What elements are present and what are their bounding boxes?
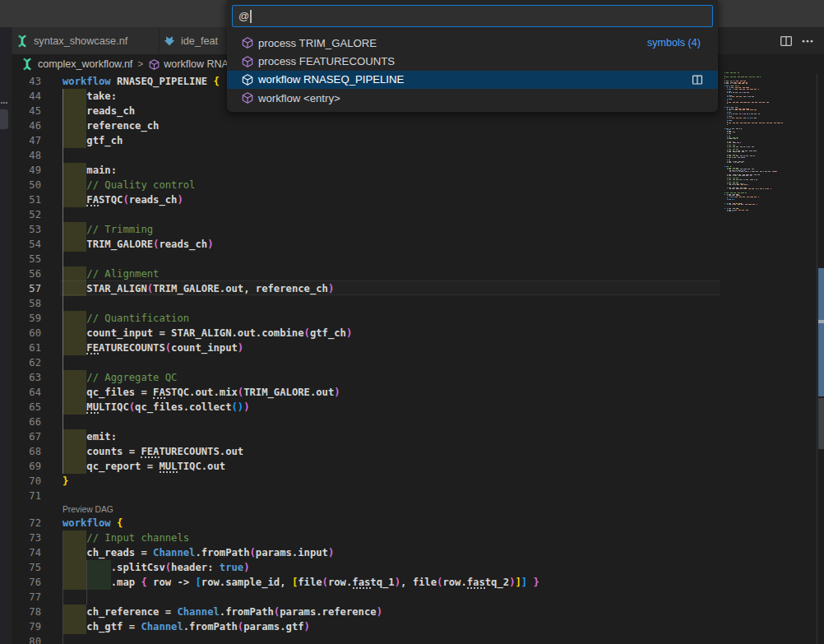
line-number: 63	[12, 370, 41, 385]
code-line[interactable]: 61 FEATURECOUNTS(count_input)	[12, 341, 824, 355]
line-number: 67	[12, 429, 41, 444]
code-line[interactable]: 72workflow {	[12, 516, 824, 530]
line-number: 66	[12, 415, 41, 429]
hint-dots	[86, 203, 99, 206]
quick-pick-item[interactable]: process FEATURECOUNTS	[227, 52, 718, 70]
code-line-text: // Trimming	[62, 222, 153, 237]
code-line-text: emit:	[62, 429, 117, 444]
sidebar-scrollbar-slider[interactable]	[0, 109, 8, 129]
line-number: 51	[12, 192, 41, 207]
code-line-text: workflow RNASEQ_PIPELINE {	[62, 74, 220, 89]
more-actions-icon[interactable]	[801, 35, 814, 48]
code-line[interactable]: 73 // Input channels	[12, 530, 824, 545]
code-line[interactable]: 54 TRIM_GALORE(reads_ch)	[12, 237, 824, 252]
indent-guide	[62, 207, 63, 222]
code-line-text: take:	[62, 89, 117, 104]
open-to-side-icon[interactable]	[692, 74, 703, 86]
scrollbar-slider[interactable]	[818, 398, 824, 449]
quick-pick-item[interactable]: workflow <entry>	[227, 89, 718, 107]
code-line[interactable]: 62	[12, 355, 824, 370]
code-line-text: .splitCsv(header: true)	[62, 560, 250, 575]
quick-pick-item[interactable]: workflow RNASEQ_PIPELINE	[227, 71, 718, 89]
code-line[interactable]: 66	[12, 415, 824, 429]
code-line[interactable]: 71	[12, 489, 824, 503]
nextflow-icon	[16, 35, 29, 48]
code-line-text: TRIM_GALORE(reads_ch)	[62, 237, 213, 252]
indent-guide	[62, 148, 63, 163]
hint-dots	[353, 586, 371, 589]
tab-label: syntax_showcase.nf	[34, 35, 127, 47]
code-line-text: main:	[62, 163, 117, 178]
split-editor-icon[interactable]	[780, 35, 793, 48]
code-line-text: ch_reads = Channel.fromPath(params.input…	[62, 545, 334, 560]
code-line[interactable]: 70}	[12, 474, 824, 489]
code-line[interactable]: 53 // Trimming	[12, 222, 824, 237]
code-line[interactable]: 59 // Quantification	[12, 311, 824, 326]
hint-dots	[86, 410, 99, 414]
overview-ruler-range-highlight	[818, 268, 824, 396]
code-line[interactable]: 57 STAR_ALIGN(TRIM_GALORE.out, reference…	[12, 281, 824, 296]
code-line[interactable]: 67 emit:	[12, 429, 824, 444]
code-line[interactable]: 55	[12, 252, 824, 266]
code-line[interactable]: 79 ch_gtf = Channel.fromPath(params.gtf)	[12, 619, 824, 634]
code-line[interactable]: 52	[12, 207, 824, 222]
code-line[interactable]: 75 .splitCsv(header: true)	[12, 560, 824, 575]
code-line[interactable]: 64 qc_files = FASTQC.out.mix(TRIM_GALORE…	[12, 385, 824, 400]
code-line[interactable]: 49 main:	[12, 163, 824, 178]
minimap[interactable]	[722, 72, 794, 220]
overview-ruler-band	[818, 320, 824, 323]
breadcrumb-file[interactable]: complex_workflow.nf	[38, 58, 132, 70]
hint-dots	[141, 455, 159, 458]
code-line[interactable]: 76 .map { row -> [row.sample_id, [file(r…	[12, 575, 824, 590]
codelens-preview-dag[interactable]: Preview DAG	[62, 503, 113, 516]
code-line[interactable]: 69 qc_report = MULTIQC.out	[12, 459, 824, 474]
symbol-cube-icon	[241, 73, 254, 86]
code-line[interactable]: 74 ch_reads = Channel.fromPath(params.in…	[12, 545, 824, 560]
tab-syntax-showcase[interactable]: syntax_showcase.nf	[12, 27, 159, 54]
code-line-text: qc_report = MULTIQC.out	[62, 459, 225, 474]
line-number: 48	[12, 148, 41, 163]
line-number: 54	[12, 237, 41, 252]
line-number: 68	[12, 444, 41, 459]
code-line[interactable]: 65 MULTIQC(qc_files.collect())	[12, 400, 824, 415]
line-number: 74	[12, 545, 41, 560]
line-number: 72	[12, 516, 41, 530]
code-line[interactable]: 80	[12, 634, 824, 644]
code-line-text: reads_ch	[62, 104, 135, 118]
indent-guide	[62, 355, 63, 370]
indent-guide	[86, 590, 87, 605]
indent-guide	[62, 590, 63, 605]
code-line-text: }	[62, 474, 68, 489]
line-number: 56	[12, 266, 41, 281]
code-line-text: FASTQC(reads_ch)	[62, 192, 183, 207]
code-line[interactable]: 51 FASTQC(reads_ch)	[12, 192, 824, 207]
code-line[interactable]: 60 count_input = STAR_ALIGN.out.combine(…	[12, 326, 824, 341]
line-number: 47	[12, 133, 41, 148]
code-line[interactable]: 50 // Quality control	[12, 178, 824, 192]
line-number: 45	[12, 104, 41, 118]
code-line[interactable]: 46 reference_ch	[12, 118, 824, 133]
quick-open-query: @	[238, 10, 249, 22]
line-number: 52	[12, 207, 41, 222]
code-line[interactable]: 77	[12, 590, 824, 605]
line-number: 55	[12, 252, 41, 266]
quick-pick-item[interactable]: process TRIM_GALOREsymbols (4)	[227, 34, 718, 52]
code-line[interactable]: 58	[12, 296, 824, 311]
code-line[interactable]: 78 ch_reference = Channel.fromPath(param…	[12, 605, 824, 619]
code-line-text: STAR_ALIGN(TRIM_GALORE.out, reference_ch…	[62, 281, 334, 296]
symbol-cube-icon	[241, 36, 254, 49]
line-number: 61	[12, 341, 41, 355]
sidebar-strip[interactable]	[0, 27, 12, 644]
quick-open-input[interactable]: @	[232, 5, 713, 27]
indent-guide	[62, 634, 63, 644]
code-line[interactable]: 63 // Aggregate QC	[12, 370, 824, 385]
code-line[interactable]: 68 counts = FEATURECOUNTS.out	[12, 444, 824, 459]
code-line[interactable]: 56 // Alignment	[12, 266, 824, 281]
line-number: 53	[12, 222, 41, 237]
code-line[interactable]: 47 gtf_ch	[12, 133, 824, 148]
line-number: 57	[12, 281, 41, 296]
line-number: 75	[12, 560, 41, 575]
code-editor[interactable]: 43workflow RNASEQ_PIPELINE {44 take:45 r…	[12, 74, 824, 644]
code-line[interactable]: 48	[12, 148, 824, 163]
code-line-text: ch_reference = Channel.fromPath(params.r…	[62, 605, 382, 619]
